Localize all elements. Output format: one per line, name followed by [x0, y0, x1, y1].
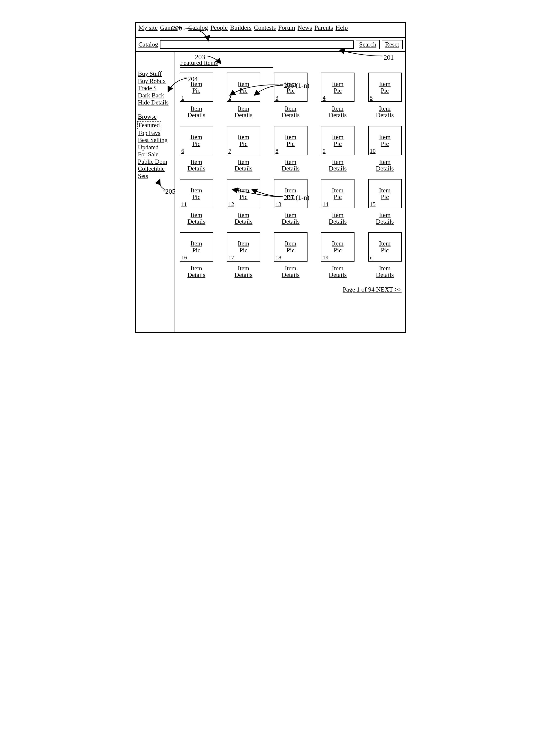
item-pic[interactable]: ItemPic8	[274, 126, 307, 155]
item-pic[interactable]: ItemPic15	[368, 179, 402, 208]
item-details-l2: Details	[227, 272, 260, 278]
item-pic-label1: Item	[332, 240, 343, 247]
sidebar-featured[interactable]: Featured	[139, 122, 160, 129]
sidebar-trade[interactable]: Trade $	[138, 85, 174, 92]
item-details-l2: Details	[368, 272, 402, 278]
item-details-l2: Details	[321, 165, 354, 172]
pager[interactable]: Page 1 of 94 NEXT >>	[180, 284, 402, 293]
item-details-l1: Item	[368, 212, 402, 218]
nav-mysite[interactable]: My site	[139, 24, 158, 31]
sidebar-collectible[interactable]: Collectible	[138, 165, 174, 173]
search-input[interactable]	[160, 40, 354, 49]
item-details[interactable]: ItemDetails	[368, 212, 402, 225]
item-details-l1: Item	[227, 159, 260, 165]
item-details[interactable]: ItemDetails	[227, 212, 260, 225]
item-pic[interactable]: ItemPic1	[180, 73, 213, 102]
nav-forum[interactable]: Forum	[278, 24, 295, 31]
item-details[interactable]: ItemDetails	[368, 265, 402, 279]
sidebar-browse-header[interactable]: Browse	[138, 113, 174, 120]
item-pic[interactable]: ItemPic17	[227, 232, 260, 262]
item-details[interactable]: ItemDetails	[321, 105, 354, 119]
item-pic-label2: Pic	[286, 247, 294, 254]
item-number: 18	[275, 255, 281, 261]
item-cell: ItemPic12	[227, 179, 260, 208]
sidebar-publicdom[interactable]: Public Dom	[138, 158, 174, 165]
item-details-l1: Item	[274, 159, 307, 165]
item-cell: ItemPic5	[368, 73, 402, 102]
item-pic[interactable]: ItemPic7	[227, 126, 260, 155]
item-details-l1: Item	[321, 265, 354, 272]
nav-news[interactable]: News	[297, 24, 312, 31]
nav-builders[interactable]: Builders	[230, 24, 252, 31]
nav-contests[interactable]: Contests	[254, 24, 276, 31]
item-details[interactable]: ItemDetails	[180, 159, 213, 172]
nav-catalog[interactable]: Catalog	[188, 24, 208, 31]
item-pic-label2: Pic	[192, 141, 201, 147]
item-cell: ItemPic6	[180, 126, 213, 155]
item-details[interactable]: ItemDetails	[321, 212, 354, 225]
search-label: Catalog	[139, 41, 158, 48]
item-details[interactable]: ItemDetails	[180, 105, 213, 119]
item-details[interactable]: ItemDetails	[227, 105, 260, 119]
item-pic-label1: Item	[332, 134, 343, 140]
sidebar-bestselling[interactable]: Best Selling	[138, 136, 174, 144]
item-pic[interactable]: ItemPic4	[321, 73, 354, 102]
nav-parents[interactable]: Parents	[314, 24, 333, 31]
item-details[interactable]: ItemDetails	[274, 105, 307, 119]
item-pic[interactable]: ItemPic6	[180, 126, 213, 155]
nav-help[interactable]: Help	[335, 24, 348, 31]
item-pic-label2: Pic	[192, 194, 201, 200]
nav-people[interactable]: People	[210, 24, 228, 31]
item-details[interactable]: ItemDetails	[274, 212, 307, 225]
item-pic-label2: Pic	[333, 194, 341, 200]
item-pic[interactable]: ItemPic3	[274, 73, 307, 102]
main-panel: Featured Items ItemPic1ItemPic2ItemPic3I…	[175, 52, 405, 332]
item-pic-label2: Pic	[286, 141, 294, 147]
item-pic-label2: Pic	[239, 194, 248, 200]
item-details-l2: Details	[274, 165, 307, 172]
item-pic-label2: Pic	[286, 87, 294, 94]
item-pic[interactable]: ItemPic2	[227, 73, 260, 102]
item-details[interactable]: ItemDetails	[321, 265, 354, 279]
sidebar-sets[interactable]: Sets	[138, 173, 174, 180]
item-details[interactable]: ItemDetails	[274, 265, 307, 279]
sidebar-updated[interactable]: Updated	[138, 144, 174, 151]
sidebar-darkback[interactable]: Dark Back	[138, 92, 174, 99]
item-pic[interactable]: ItemPic9	[321, 126, 354, 155]
item-pic[interactable]: ItemPic13	[274, 179, 307, 208]
item-details[interactable]: ItemDetails	[180, 265, 213, 279]
item-pic[interactable]: ItemPic12	[227, 179, 260, 208]
item-pic-label2: Pic	[381, 194, 389, 200]
item-details[interactable]: ItemDetails	[227, 159, 260, 172]
search-button[interactable]: Search	[356, 40, 380, 49]
sidebar-buystuff[interactable]: Buy Stuff	[138, 70, 174, 77]
item-pic[interactable]: ItemPic16	[180, 232, 213, 262]
item-details[interactable]: ItemDetails	[274, 159, 307, 172]
item-pic[interactable]: ItemPicn	[368, 232, 402, 262]
item-pic[interactable]: ItemPic11	[180, 179, 213, 208]
item-details[interactable]: ItemDetails	[368, 105, 402, 119]
item-details[interactable]: ItemDetails	[321, 159, 354, 172]
item-details[interactable]: ItemDetails	[180, 212, 213, 225]
reset-button[interactable]: Reset	[382, 40, 403, 49]
sidebar-forsale[interactable]: For Sale	[138, 151, 174, 158]
details-row: ItemDetailsItemDetailsItemDetailsItemDet…	[180, 264, 402, 279]
item-pic[interactable]: ItemPic10	[368, 126, 402, 155]
sidebar-buyrobux[interactable]: Buy Robux	[138, 77, 174, 85]
sidebar-topfavs[interactable]: Top Favs	[138, 129, 174, 137]
item-details[interactable]: ItemDetails	[227, 265, 260, 279]
item-number: 11	[182, 201, 187, 207]
item-pic-label2: Pic	[239, 87, 248, 94]
sidebar-hidedetails[interactable]: Hide Details	[138, 99, 174, 106]
item-number: 7	[229, 148, 231, 154]
item-details-l2: Details	[180, 112, 213, 118]
item-details-l2: Details	[227, 218, 260, 225]
item-pic[interactable]: ItemPic18	[274, 232, 307, 262]
item-details[interactable]: ItemDetails	[368, 159, 402, 172]
item-number: 19	[322, 255, 328, 261]
item-pic-label1: Item	[332, 187, 343, 194]
item-pic[interactable]: ItemPic19	[321, 232, 354, 262]
item-pic[interactable]: ItemPic5	[368, 73, 402, 102]
item-number: 6	[182, 148, 184, 154]
item-pic[interactable]: ItemPic14	[321, 179, 354, 208]
